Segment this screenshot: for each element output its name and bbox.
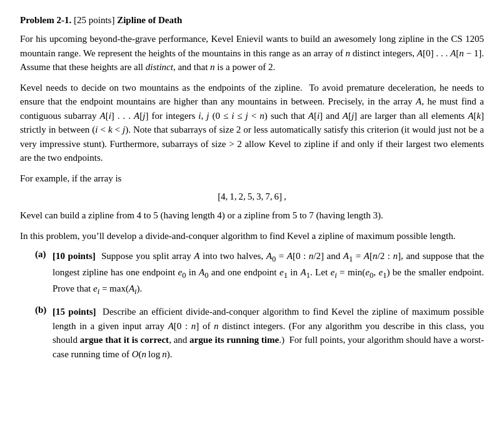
part-b: (b) [15 points] Describe an efficient di… <box>35 305 484 361</box>
problem-container: Problem 2-1. [25 points] Zipline of Deat… <box>20 15 484 361</box>
part-a: (a) [10 points] Suppose you split array … <box>35 249 484 297</box>
paragraph-1: For his upcoming beyond-the-grave perfor… <box>20 32 484 74</box>
problem-title: Zipline of Death <box>117 15 182 25</box>
part-a-content: [10 points] Suppose you split array A in… <box>53 249 484 297</box>
paragraph-3: For example, if the array is <box>20 171 484 186</box>
part-b-content: [15 points] Describe an efficient divide… <box>53 305 484 361</box>
problem-number: Problem 2-1. <box>20 15 71 25</box>
paragraph-5: In this problem, you’ll develop a divide… <box>20 229 484 243</box>
problem-header: Problem 2-1. [25 points] Zipline of Deat… <box>20 15 484 26</box>
part-a-label: (a) <box>35 249 53 260</box>
parts-container: (a) [10 points] Suppose you split array … <box>35 249 484 361</box>
paragraph-2: Kevel needs to decide on two mountains a… <box>20 81 484 165</box>
part-b-label: (b) <box>35 305 53 315</box>
example-array: [4, 1, 2, 5, 3, 7, 6] , <box>20 191 484 202</box>
points-label: [25 points] <box>74 15 114 25</box>
paragraph-4: Kevel can build a zipline from 4 to 5 (h… <box>20 208 484 223</box>
